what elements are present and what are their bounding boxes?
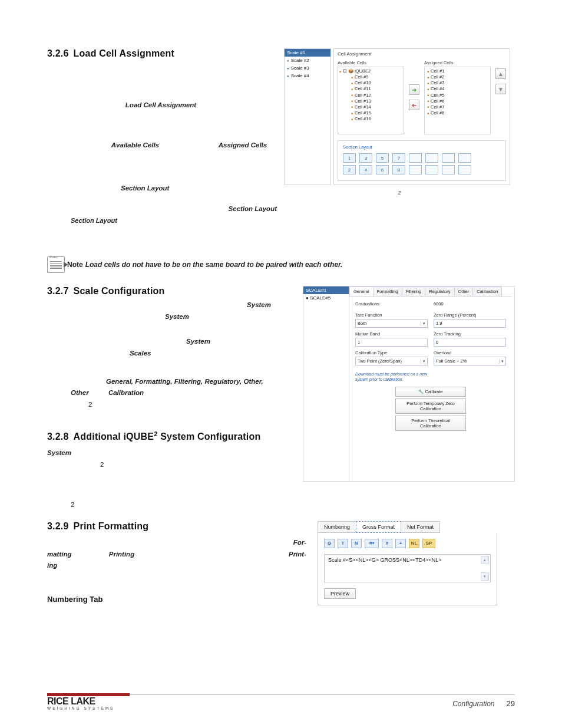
tab-calibration[interactable]: Calibration	[472, 286, 502, 296]
assigned-cells-label: Assigned Cells	[424, 60, 491, 65]
tab-formatting[interactable]: Formatting	[373, 286, 402, 296]
scale-item[interactable]: ● SCALE#5	[303, 294, 349, 302]
panel-title: Cell Assignment	[338, 51, 506, 57]
scale-item-hdr[interactable]: SCALE#1	[303, 286, 349, 294]
layout-cell[interactable]: 7	[392, 153, 405, 163]
motion-input[interactable]: 1	[355, 338, 428, 347]
token-nl-button[interactable]: NL	[409, 539, 419, 548]
token-g-button[interactable]: G	[324, 539, 335, 548]
print-format-panel: Numbering Gross Format Net Format G T N …	[318, 521, 497, 605]
layout-cell[interactable]: 3	[359, 153, 372, 163]
token-n-button[interactable]: N	[351, 539, 362, 548]
tab-net-format[interactable]: Net Format	[401, 521, 440, 533]
caltype-select[interactable]: Two Point (Zero/Span)	[355, 357, 428, 365]
token-sp-button[interactable]: SP	[422, 539, 435, 548]
layout-cell[interactable]	[425, 153, 438, 163]
page-footer: RICE LAKE WEIGHING SYSTEMS Configuration…	[47, 694, 515, 710]
scale-item[interactable]: Scale #2	[285, 57, 330, 64]
layout-cell[interactable]	[458, 153, 471, 163]
layout-cell[interactable]	[409, 165, 422, 174]
layout-cell[interactable]: 6	[376, 165, 389, 174]
overload-select[interactable]: Full Scale + 2%	[434, 357, 506, 365]
scroll-up-icon[interactable]: ▴	[481, 556, 489, 564]
tab-regulatory[interactable]: Regulatory	[425, 286, 454, 296]
layout-cell[interactable]: 2	[343, 165, 356, 174]
layout-cell[interactable]: 1	[343, 153, 356, 163]
scroll-down-icon[interactable]: ▾	[481, 572, 489, 581]
note-row: oooooo Note Load cells do not have to be…	[47, 256, 515, 273]
layout-cell[interactable]: 8	[392, 165, 405, 174]
temp-zero-button[interactable]: Perform Temporary Zero Calibration	[395, 398, 466, 414]
token-plus-button[interactable]: +	[395, 539, 406, 548]
tare-select[interactable]: Both	[355, 319, 428, 328]
tab-filtering[interactable]: Filtering	[402, 286, 426, 296]
available-cells-list[interactable]: ⊟ 📦 iQUBE2 Cell #9 Cell #10 Cell #11 Cel…	[338, 67, 404, 134]
tab-gross-format[interactable]: Gross Format	[356, 521, 401, 533]
format-textarea[interactable]: Scale #<S><NL><G> GROSS<NL><TD4><NL> ▴ ▾	[324, 554, 491, 582]
preview-button[interactable]: Preview	[324, 588, 356, 599]
scale-item-hdr[interactable]: Scale #1	[285, 49, 330, 57]
layout-cell[interactable]: 5	[376, 153, 389, 163]
tab-other[interactable]: Other	[454, 286, 474, 296]
logo: RICE LAKE WEIGHING SYSTEMS	[47, 697, 114, 710]
ztrack-input[interactable]: 0	[434, 338, 506, 347]
layout-cell[interactable]	[442, 153, 455, 163]
scale-item[interactable]: Scale #4	[285, 72, 330, 80]
layout-cell[interactable]	[442, 165, 455, 174]
tabs: General Formatting Filtering Regulatory …	[349, 286, 512, 297]
tab-general[interactable]: General	[349, 286, 373, 296]
assigned-cells-list[interactable]: Cell #1 Cell #2 Cell #3 Cell #4 Cell #5 …	[424, 67, 491, 134]
layout-cell[interactable]	[425, 165, 438, 174]
section-layout-box: Section Layout 1 3 5 7 2	[338, 140, 506, 181]
token-hash-button[interactable]: #	[382, 539, 392, 548]
tab-numbering[interactable]: Numbering	[318, 521, 356, 533]
layout-cell[interactable]	[409, 153, 422, 163]
scales-list: Scale #1 Scale #2 Scale #3 Scale #4	[284, 48, 331, 185]
move-up-button[interactable]: ▲	[495, 68, 506, 79]
layout-cell[interactable]	[458, 165, 471, 174]
token-grid-button[interactable]: ⌗▾	[365, 539, 379, 548]
move-down-button[interactable]: ▼	[495, 84, 506, 94]
scale-item[interactable]: Scale #3	[285, 64, 330, 72]
zero-range-input[interactable]: 1.9	[434, 319, 506, 328]
scale-config-panel: SCALE#1 ● SCALE#5 General Formatting Fil…	[303, 286, 515, 482]
move-right-button[interactable]: ➔	[409, 84, 419, 95]
available-cells-label: Available Cells	[338, 60, 404, 65]
theoretical-button[interactable]: Perform Theoretical Calibration	[395, 416, 466, 431]
note-icon: oooooo	[47, 256, 65, 273]
figure-caption: 2	[284, 190, 515, 196]
cell-assignment-panel: Cell Assignment Available Cells ⊟ 📦 iQUB…	[333, 48, 510, 185]
layout-cell[interactable]: 4	[359, 165, 372, 174]
move-left-button[interactable]: ➔	[409, 100, 419, 110]
token-t-button[interactable]: T	[338, 539, 348, 548]
calibrate-button[interactable]: 🔧 Calibrate	[395, 387, 466, 397]
